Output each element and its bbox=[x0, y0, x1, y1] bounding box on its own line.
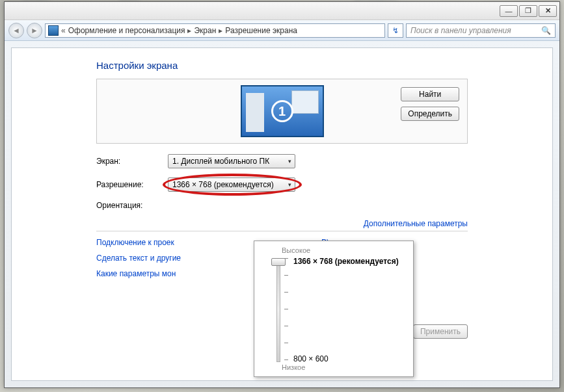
resolution-dropdown[interactable]: 1366 × 768 (рекомендуется) bbox=[168, 177, 295, 192]
control-panel-icon bbox=[48, 25, 59, 36]
separator bbox=[96, 231, 468, 231]
monitor-number: 1 bbox=[271, 100, 293, 122]
refresh-button[interactable]: ↯ bbox=[388, 23, 403, 38]
minimize-button[interactable]: — bbox=[500, 5, 518, 17]
maximize-button[interactable]: ❐ bbox=[519, 5, 537, 17]
find-button[interactable]: Найти bbox=[401, 87, 459, 101]
chevron-right-icon: ▸ bbox=[187, 26, 191, 35]
window-titlebar: — ❐ ✕ bbox=[5, 2, 559, 20]
forward-button[interactable]: ► bbox=[27, 23, 42, 38]
display-row: Экран: 1. Дисплей мобильного ПК bbox=[96, 154, 468, 168]
breadcrumb-item[interactable]: Разрешение экрана bbox=[225, 26, 297, 35]
slider-bottom-value: 800 × 600 bbox=[293, 354, 329, 363]
apply-button[interactable]: Применить bbox=[413, 324, 468, 339]
detect-button[interactable]: Определить bbox=[401, 107, 459, 121]
monitor-thumbnail[interactable]: 1 bbox=[241, 85, 324, 137]
address-bar[interactable]: « Оформление и персонализация ▸ Экран ▸ … bbox=[45, 23, 385, 38]
slider-track[interactable] bbox=[276, 258, 280, 362]
advanced-settings-link[interactable]: Дополнительные параметры bbox=[96, 219, 468, 228]
search-input[interactable]: Поиск в панели управления 🔍 bbox=[406, 23, 556, 38]
page-title: Настройки экрана bbox=[96, 60, 468, 71]
slider-body: 1366 × 768 (рекомендуется) 800 × 600 bbox=[262, 258, 405, 362]
search-placeholder: Поиск в панели управления bbox=[410, 26, 511, 35]
orientation-label: Ориентация: bbox=[96, 201, 168, 210]
close-button[interactable]: ✕ bbox=[539, 5, 557, 17]
display-preview: 1 Найти Определить bbox=[96, 79, 468, 144]
display-dropdown[interactable]: 1. Дисплей мобильного ПК bbox=[168, 154, 295, 168]
slider-low-label: Низкое bbox=[262, 363, 405, 371]
chevrons-icon: « bbox=[61, 26, 66, 35]
breadcrumb-item[interactable]: Оформление и персонализация bbox=[68, 26, 185, 35]
resolution-label: Разрешение: bbox=[96, 180, 168, 189]
breadcrumb-item[interactable]: Экран bbox=[194, 26, 216, 35]
search-icon: 🔍 bbox=[541, 26, 551, 35]
slider-thumb[interactable] bbox=[271, 258, 286, 266]
back-button[interactable]: ◄ bbox=[8, 23, 24, 38]
display-label: Экран: bbox=[96, 157, 168, 166]
resolution-row: Разрешение: 1366 × 768 (рекомендуется) bbox=[96, 177, 468, 192]
navigation-toolbar: ◄ ► « Оформление и персонализация ▸ Экра… bbox=[5, 20, 559, 41]
slider-high-label: Высокое bbox=[262, 246, 405, 254]
slider-top-value: 1366 × 768 (рекомендуется) bbox=[293, 257, 399, 266]
orientation-row: Ориентация: bbox=[96, 201, 468, 210]
chevron-right-icon: ▸ bbox=[219, 26, 222, 35]
resolution-slider-popup: Высокое 1366 × 768 (рекомендуется) 800 ×… bbox=[254, 241, 414, 377]
